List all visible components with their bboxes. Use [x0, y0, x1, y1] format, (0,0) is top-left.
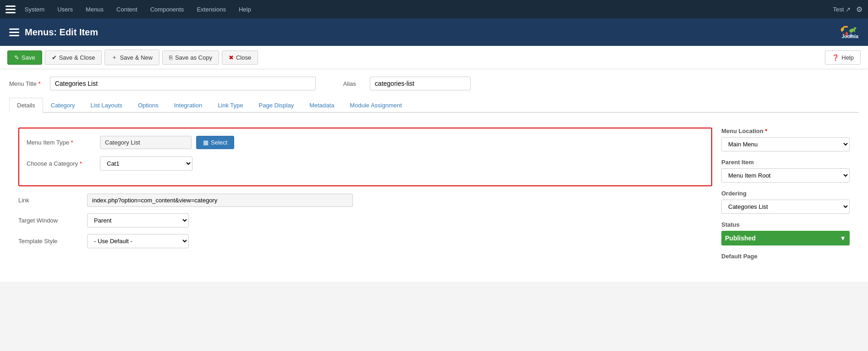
- tab-list-layouts[interactable]: List Layouts: [83, 98, 130, 113]
- parent-item-label: Parent Item: [721, 159, 850, 166]
- status-label: Status: [721, 221, 850, 228]
- tab-options[interactable]: Options: [130, 98, 166, 113]
- help-icon: ❓: [832, 54, 839, 61]
- target-window-label: Target Window: [18, 217, 87, 224]
- save-new-button[interactable]: ＋ Save & New: [104, 50, 159, 65]
- menu-title-row: Menu Title * Alias: [9, 77, 859, 90]
- menu-location-label: Menu Location *: [721, 128, 850, 134]
- checkmark-icon: ✔: [52, 54, 57, 61]
- tab-category[interactable]: Category: [43, 98, 83, 113]
- sidebar-toggle[interactable]: [5, 6, 16, 13]
- save-copy-button[interactable]: ⎘ Save as Copy: [162, 50, 219, 65]
- status-value: Published: [725, 234, 756, 242]
- nav-users[interactable]: Users: [52, 2, 78, 17]
- save-icon: ✎: [14, 54, 19, 61]
- save-close-button[interactable]: ✔ Save & Close: [45, 50, 102, 65]
- menu-title-label: Menu Title *: [9, 80, 41, 87]
- choose-category-row: Choose a Category * Cat1: [27, 156, 704, 171]
- menu-item-type-value: Category List: [100, 136, 192, 149]
- nav-menus[interactable]: Menus: [80, 2, 109, 17]
- status-button[interactable]: Published ▼: [721, 231, 850, 245]
- svg-text:Joomla!: Joomla!: [841, 34, 859, 39]
- default-page-label: Default Page: [721, 253, 850, 260]
- test-link[interactable]: Test ↗: [833, 6, 851, 13]
- choose-category-label: Choose a Category *: [27, 160, 95, 167]
- tab-page-display[interactable]: Page Display: [251, 98, 302, 113]
- joomla-brand: Joomla!: [841, 26, 859, 39]
- page-header: Menus: Edit Item Joomla!: [0, 18, 868, 46]
- close-button[interactable]: ✖ Close: [222, 50, 258, 65]
- left-panel: Menu Item Type * Category List ▦ Select …: [18, 128, 712, 267]
- target-window-row: Target Window Parent: [18, 213, 712, 228]
- nav-components[interactable]: Components: [145, 2, 190, 17]
- select-button[interactable]: ▦ Select: [196, 136, 234, 149]
- nav-content[interactable]: Content: [111, 2, 143, 17]
- save-close-label: Save & Close: [59, 54, 95, 61]
- template-style-row: Template Style - Use Default -: [18, 234, 712, 248]
- main-content: Menu Item Type * Category List ▦ Select …: [9, 120, 859, 274]
- copy-icon: ⎘: [169, 54, 173, 61]
- tab-details[interactable]: Details: [9, 98, 43, 113]
- main-area: Menu Title * Alias Details Category List…: [0, 69, 868, 282]
- page-header-left: Menus: Edit Item: [9, 27, 98, 38]
- parent-item-section: Parent Item Menu Item Root: [721, 159, 850, 183]
- alias-input[interactable]: [370, 77, 471, 90]
- menu-location-section: Menu Location * Main Menu: [721, 128, 850, 151]
- nav-help[interactable]: Help: [233, 2, 257, 17]
- template-style-dropdown[interactable]: - Use Default -: [87, 234, 189, 248]
- link-row: Link: [18, 194, 712, 207]
- default-page-section: Default Page: [721, 253, 850, 260]
- right-panel: Menu Location * Main Menu Parent Item Me…: [721, 128, 850, 267]
- menu-icon[interactable]: [9, 28, 19, 36]
- tabs: Details Category List Layouts Options In…: [9, 98, 859, 113]
- save-new-label: Save & New: [120, 54, 153, 61]
- choose-category-select[interactable]: Cat1: [100, 157, 192, 170]
- link-label: Link: [18, 197, 87, 204]
- close-icon: ✖: [229, 54, 234, 61]
- ordering-section: Ordering Categories List: [721, 190, 850, 214]
- grid-select-icon: ▦: [203, 139, 209, 146]
- toolbar: ✎ Save ✔ Save & Close ＋ Save & New ⎘ Sav…: [0, 46, 868, 69]
- save-copy-label: Save as Copy: [175, 54, 212, 61]
- link-input: [87, 194, 353, 207]
- select-label: Select: [211, 139, 227, 146]
- tab-module-assignment[interactable]: Module Assignment: [342, 98, 409, 113]
- save-button[interactable]: ✎ Save: [7, 50, 42, 65]
- parent-item-select[interactable]: Menu Item Root: [721, 168, 850, 183]
- close-label: Close: [236, 54, 251, 61]
- tab-metadata[interactable]: Metadata: [302, 98, 342, 113]
- page-title: Menus: Edit Item: [25, 27, 98, 38]
- menu-location-select[interactable]: Main Menu: [721, 137, 850, 151]
- save-label: Save: [22, 54, 35, 61]
- choose-category-dropdown[interactable]: Cat1: [100, 156, 192, 171]
- top-navbar: System Users Menus Content Components Ex…: [0, 0, 868, 18]
- menu-item-type-row: Menu Item Type * Category List ▦ Select: [27, 136, 704, 149]
- tab-link-type[interactable]: Link Type: [210, 98, 251, 113]
- tab-integration[interactable]: Integration: [166, 98, 210, 113]
- joomla-logo-icon: Joomla!: [841, 26, 859, 39]
- status-section: Status Published ▼: [721, 221, 850, 245]
- top-nav-right: Test ↗ ⚙: [833, 5, 863, 14]
- nav-extensions[interactable]: Extensions: [191, 2, 231, 17]
- details-section: Menu Item Type * Category List ▦ Select …: [18, 128, 712, 186]
- menu-title-input[interactable]: [50, 77, 316, 90]
- chevron-down-icon: ▼: [840, 234, 846, 242]
- ordering-label: Ordering: [721, 190, 850, 197]
- help-label: Help: [841, 54, 854, 61]
- menu-item-type-label: Menu Item Type *: [27, 139, 95, 146]
- help-button[interactable]: ❓ Help: [825, 50, 861, 65]
- top-nav-items: System Users Menus Content Components Ex…: [19, 2, 833, 17]
- target-window-select[interactable]: Parent: [88, 214, 188, 227]
- alias-label: Alias: [343, 80, 356, 87]
- template-style-select[interactable]: - Use Default -: [88, 234, 188, 248]
- nav-system[interactable]: System: [19, 2, 50, 17]
- target-window-dropdown[interactable]: Parent: [87, 213, 189, 228]
- gear-icon[interactable]: ⚙: [856, 5, 863, 14]
- ordering-select[interactable]: Categories List: [721, 200, 850, 214]
- plus-icon: ＋: [111, 53, 117, 61]
- template-style-label: Template Style: [18, 238, 87, 245]
